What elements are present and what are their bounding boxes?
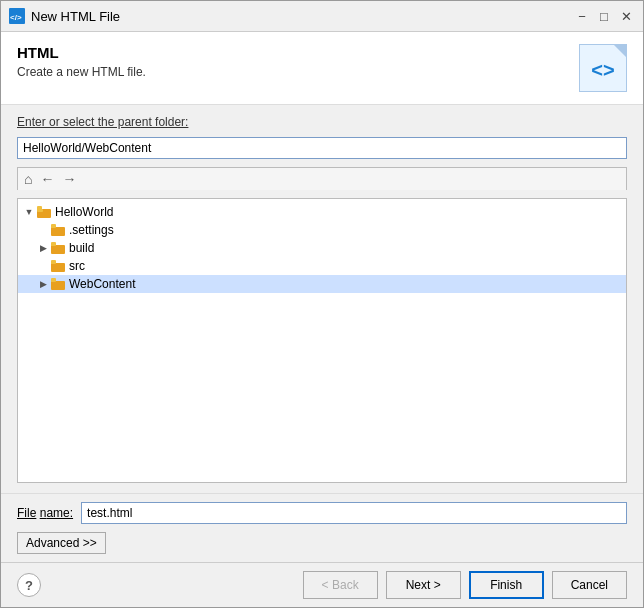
tree-item-helloworld[interactable]: ▼ HelloWorld: [18, 203, 626, 221]
title-controls: − □ ✕: [573, 7, 635, 25]
filename-row: File name:: [17, 502, 627, 524]
content-header: HTML Create a new HTML file. <>: [1, 32, 643, 105]
folder-input[interactable]: [17, 137, 627, 159]
svg-rect-12: [51, 278, 56, 282]
tree-label-webcontent: WebContent: [69, 277, 136, 291]
svg-rect-7: [51, 245, 65, 254]
tree-toggle-webcontent[interactable]: ▶: [36, 277, 50, 291]
window-title: New HTML File: [31, 9, 120, 24]
cancel-button[interactable]: Cancel: [552, 571, 627, 599]
bottom-section: File name: Advanced >>: [1, 493, 643, 562]
svg-rect-5: [51, 227, 65, 236]
help-button[interactable]: ?: [17, 573, 41, 597]
svg-rect-11: [51, 281, 65, 290]
tree-item-webcontent[interactable]: ▶ WebContent: [18, 275, 626, 293]
html-file-icon: <>: [579, 44, 627, 92]
src-folder-icon: [50, 260, 66, 273]
button-bar-right: < Back Next > Finish Cancel: [303, 571, 627, 599]
html-icon-symbol: <>: [591, 59, 614, 82]
content-header-left: HTML Create a new HTML file.: [17, 44, 146, 79]
title-bar-left: </> New HTML File: [9, 8, 120, 24]
project-icon: [36, 206, 52, 219]
svg-rect-9: [51, 263, 65, 272]
build-folder-icon: [50, 242, 66, 255]
svg-text:</>: </>: [10, 13, 22, 22]
tree-toggle-settings: [36, 223, 50, 237]
content-description: Create a new HTML file.: [17, 65, 146, 79]
next-button[interactable]: Next >: [386, 571, 461, 599]
back-button[interactable]: < Back: [303, 571, 378, 599]
button-bar: ? < Back Next > Finish Cancel: [1, 562, 643, 607]
tree-home-button[interactable]: ⌂: [22, 170, 34, 188]
tree-label-settings: .settings: [69, 223, 114, 237]
webcontent-folder-icon: [50, 278, 66, 291]
close-button[interactable]: ✕: [617, 7, 635, 25]
tree-item-build[interactable]: ▶ build: [18, 239, 626, 257]
main-content: Enter or select the parent folder: ⌂ ← →…: [1, 105, 643, 493]
folder-tree: ▼ HelloWorld: [17, 198, 627, 483]
tree-toggle-helloworld[interactable]: ▼: [22, 205, 36, 219]
title-bar: </> New HTML File − □ ✕: [1, 1, 643, 32]
minimize-button[interactable]: −: [573, 7, 591, 25]
filename-input[interactable]: [81, 502, 627, 524]
advanced-button[interactable]: Advanced >>: [17, 532, 106, 554]
button-bar-left: ?: [17, 573, 41, 597]
finish-button[interactable]: Finish: [469, 571, 544, 599]
settings-folder-icon: [50, 224, 66, 237]
svg-rect-10: [51, 260, 56, 264]
tree-back-button[interactable]: ←: [38, 170, 56, 188]
tree-item-src[interactable]: src: [18, 257, 626, 275]
window-icon: </>: [9, 8, 25, 24]
maximize-button[interactable]: □: [595, 7, 613, 25]
tree-toolbar: ⌂ ← →: [17, 167, 627, 190]
tree-forward-button[interactable]: →: [60, 170, 78, 188]
tree-toggle-build[interactable]: ▶: [36, 241, 50, 255]
svg-rect-6: [51, 224, 56, 228]
tree-label-build: build: [69, 241, 94, 255]
dialog-window: </> New HTML File − □ ✕ HTML Create a ne…: [0, 0, 644, 608]
tree-label-helloworld: HelloWorld: [55, 205, 113, 219]
tree-label-src: src: [69, 259, 85, 273]
svg-rect-4: [37, 206, 42, 210]
folder-label: Enter or select the parent folder:: [17, 115, 627, 129]
tree-toggle-src: [36, 259, 50, 273]
filename-label: File name:: [17, 506, 73, 520]
content-type-label: HTML: [17, 44, 146, 61]
svg-rect-8: [51, 242, 56, 246]
tree-item-settings[interactable]: .settings: [18, 221, 626, 239]
